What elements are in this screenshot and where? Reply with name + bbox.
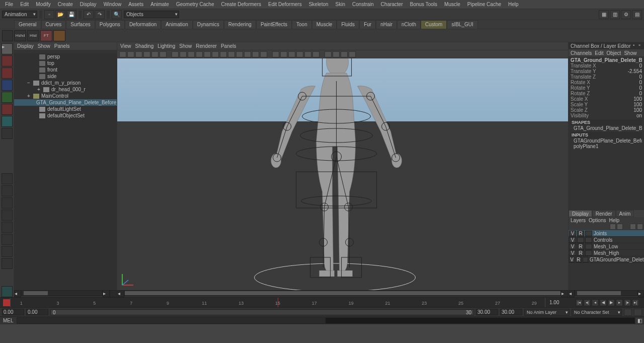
shelf-tab-ncloth[interactable]: nCloth <box>397 20 421 29</box>
anim-start-field[interactable] <box>2 309 24 315</box>
vp-medq-icon[interactable] <box>304 51 311 57</box>
autokey-icon[interactable] <box>3 299 10 306</box>
toggle-panel-icon[interactable]: ▤ <box>632 10 642 19</box>
channel-attr-row[interactable]: Translate Z0 <box>571 74 642 80</box>
shelf-tab-curves[interactable]: Curves <box>41 20 66 29</box>
dock-icon[interactable]: ▪ <box>631 43 636 48</box>
undo-icon[interactable]: ↶ <box>84 10 94 19</box>
select-by-name-icon[interactable]: 🔍 <box>112 10 122 19</box>
vp-menu-show[interactable]: Show <box>179 43 192 49</box>
vp-select-cam-icon[interactable] <box>119 51 126 57</box>
vp-isolate-icon[interactable] <box>272 51 279 57</box>
menu-skeleton[interactable]: Skeleton <box>306 1 332 8</box>
menu-animate[interactable]: Animate <box>147 1 172 8</box>
layer-menu-layers[interactable]: Layers <box>571 218 586 223</box>
layer-tab-render[interactable]: Render <box>592 210 616 217</box>
vp-menu-shading[interactable]: Shading <box>135 43 154 49</box>
layer-row[interactable]: VRJoints <box>569 230 644 237</box>
channel-attr-row[interactable]: Rotate Y0 <box>571 85 642 91</box>
outliner-menu-panels[interactable]: Panels <box>54 43 70 49</box>
command-input[interactable] <box>17 317 326 324</box>
channel-attr-row[interactable]: Visibilityon <box>571 113 642 118</box>
vp-grease-icon[interactable] <box>159 51 167 57</box>
shelf-item-hshd[interactable]: Hshd <box>14 30 26 41</box>
vp-grid-icon[interactable] <box>172 51 179 57</box>
playback-end-field[interactable] <box>476 309 498 315</box>
channel-attr-row[interactable]: Translate X0 <box>571 63 642 68</box>
shelf-tab-sibl[interactable]: sIBL_GUI <box>447 20 477 29</box>
shelf-tab-toon[interactable]: Toon <box>292 20 312 29</box>
vp-scroll-left-icon[interactable]: ◂ <box>117 290 124 297</box>
cmd-language-label[interactable]: MEL <box>0 318 17 323</box>
shelf-tab-rendering[interactable]: Rendering <box>224 20 256 29</box>
layer-menu-options[interactable]: Options <box>589 218 606 223</box>
outliner-tree[interactable]: persptopfrontside−ddict_m_y_prison+dr_he… <box>14 53 117 290</box>
anim-end-field[interactable] <box>500 309 522 315</box>
vp-view-transform-icon[interactable] <box>341 51 348 57</box>
layer-row[interactable]: VRMesh_High <box>569 250 644 256</box>
channel-attr-row[interactable]: Translate Y-2.554 <box>571 68 642 74</box>
vp-lights-icon[interactable] <box>244 51 251 57</box>
range-slider[interactable]: 0 30 <box>50 309 474 315</box>
menu-edit-deformers[interactable]: Edit Deformers <box>265 1 305 8</box>
persp-outliner-icon[interactable] <box>2 246 13 257</box>
layer-scroll-left-icon[interactable]: ◂ <box>569 290 575 297</box>
new-layer-selected-icon[interactable] <box>637 224 643 230</box>
scroll-right-icon[interactable]: ▸ <box>103 290 110 297</box>
channel-attr-row[interactable]: Scale Z100 <box>571 107 642 113</box>
viewport-canvas[interactable] <box>117 58 568 290</box>
outliner-item[interactable]: persp <box>14 53 117 60</box>
menu-constrain[interactable]: Constrain <box>349 1 377 8</box>
vp-film-gate-icon[interactable] <box>180 51 187 57</box>
save-scene-icon[interactable]: 💾 <box>66 10 76 19</box>
shape-item[interactable]: GTA_Ground_Plane_Delete_Befor... <box>571 125 642 131</box>
scale-tool-icon[interactable] <box>2 104 13 115</box>
outliner-hscroll[interactable] <box>21 290 103 296</box>
outliner-item[interactable]: defaultObjectSet <box>14 112 117 119</box>
layer-row[interactable]: VRMesh_Low <box>569 243 644 250</box>
ch-menu-edit[interactable]: Edit <box>595 50 603 56</box>
four-pane-icon[interactable] <box>2 185 13 196</box>
autokey-toggle-icon[interactable] <box>624 309 632 316</box>
menu-create[interactable]: Create <box>55 1 76 8</box>
channel-attr-row[interactable]: Scale Y100 <box>571 102 642 107</box>
anim-layer-dropdown[interactable]: No Anim Layer <box>524 309 570 316</box>
outliner-resize-icon[interactable] <box>110 290 117 297</box>
step-fwd-key-icon[interactable]: |▸ <box>624 299 631 306</box>
vp-xray-icon[interactable] <box>280 51 287 57</box>
outliner-layout-icon[interactable] <box>2 234 13 245</box>
shelf-tab-muscle[interactable]: Muscle <box>312 20 337 29</box>
vp-hscroll[interactable] <box>124 290 561 296</box>
shelf-item-extra[interactable] <box>53 30 65 41</box>
vp-menu-panels[interactable]: Panels <box>221 43 236 49</box>
vp-wireframe-icon[interactable] <box>220 51 227 57</box>
paint-select-tool-icon[interactable] <box>2 67 13 79</box>
vp-safe-title-icon[interactable] <box>212 51 219 57</box>
layer-row[interactable]: VRGTAGroundPlane_Delete_Befo <box>569 256 644 263</box>
vp-res-gate-icon[interactable] <box>188 51 195 57</box>
timeline-track[interactable]: 1357911131517192123252729 <box>10 298 545 307</box>
shelf-tab-nhair[interactable]: nHair <box>376 20 397 29</box>
channel-attr-row[interactable]: Scale X100 <box>571 96 642 102</box>
menu-character[interactable]: Character <box>378 1 406 8</box>
scroll-left-icon[interactable]: ◂ <box>14 290 21 297</box>
rotate-tool-icon[interactable] <box>2 92 13 103</box>
shelf-tab-polygons[interactable]: Polygons <box>95 20 125 29</box>
new-scene-icon[interactable]: ▫ <box>44 10 54 19</box>
new-empty-layer-icon[interactable] <box>630 224 636 230</box>
menu-window[interactable]: Window <box>101 1 125 8</box>
channel-attr-row[interactable]: Rotate X0 <box>571 80 642 85</box>
menu-muscle[interactable]: Muscle <box>441 1 463 8</box>
vp-xray-joints-icon[interactable] <box>288 51 295 57</box>
menu-display[interactable]: Display <box>77 1 100 8</box>
outliner-item[interactable]: top <box>14 60 117 66</box>
prefs-icon[interactable] <box>634 309 642 316</box>
shelf-tab-fur[interactable]: Fur <box>359 20 376 29</box>
vp-shaded-icon[interactable] <box>228 51 235 57</box>
menu-modify[interactable]: Modify <box>33 1 53 8</box>
vp-gate-mask-icon[interactable] <box>196 51 203 57</box>
working-mode-dropdown[interactable]: Animation <box>2 11 37 18</box>
character-set-dropdown[interactable]: No Character Set <box>572 309 622 316</box>
menu-file[interactable]: File <box>2 1 16 8</box>
step-back-key-icon[interactable]: ◂| <box>584 299 591 306</box>
